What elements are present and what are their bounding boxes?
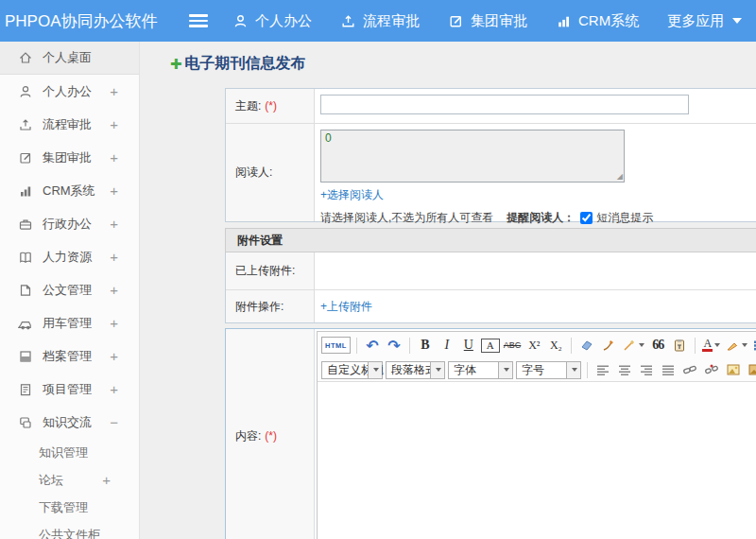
- font-color-button[interactable]: A: [701, 336, 721, 356]
- sidebar-item-vehicle-mgmt[interactable]: 用车管理 +: [0, 306, 139, 339]
- expand-icon[interactable]: +: [110, 315, 118, 331]
- content-editor-cell: HTML ↶ ↷ B I U A ABC X² X₂: [315, 329, 756, 539]
- editor-content-area[interactable]: [318, 382, 756, 539]
- auto-typeset-button[interactable]: [621, 336, 645, 356]
- readers-textarea[interactable]: 0: [320, 130, 625, 183]
- subject-input[interactable]: [320, 95, 689, 114]
- sms-notify-checkbox[interactable]: [580, 212, 593, 224]
- color-bar: [702, 349, 713, 352]
- align-left-icon: [595, 362, 610, 377]
- align-left-button[interactable]: [593, 360, 612, 380]
- attachment-section-header: 附件设置: [225, 228, 756, 252]
- topbar: PHPOA协同办公软件 个人办公 流程审批 集团审批 CRM系统 更多应用: [0, 0, 756, 42]
- insert-media-button[interactable]: [746, 360, 756, 380]
- remove-link-button[interactable]: [702, 360, 721, 380]
- menu-icon[interactable]: [189, 11, 208, 30]
- nav-more-apps[interactable]: 更多应用: [667, 12, 742, 30]
- italic-button[interactable]: I: [438, 336, 456, 356]
- strikethrough-button[interactable]: ABC: [503, 336, 523, 356]
- required-marker: (*): [265, 429, 277, 443]
- sidebar-subitem-download-mgmt[interactable]: 下载管理: [0, 494, 139, 521]
- media-image-icon: [747, 362, 756, 377]
- font-family-select[interactable]: 字体: [448, 361, 513, 379]
- sidebar-item-label: 集团审批: [43, 149, 92, 166]
- uploaded-attachments-cell: [315, 252, 756, 289]
- blockquote-button[interactable]: 66: [648, 336, 667, 356]
- chevron-down-icon: [639, 343, 644, 347]
- sidebar-item-label: 公文管理: [43, 282, 92, 299]
- sidebar-item-document-mgmt[interactable]: 公文管理 +: [0, 273, 139, 306]
- sidebar-subitem-forum[interactable]: 论坛 +: [0, 466, 139, 494]
- process-icon: [18, 117, 33, 132]
- sidebar-item-label: 用车管理: [43, 315, 92, 332]
- expand-icon[interactable]: +: [110, 348, 118, 364]
- highlight-button[interactable]: [724, 336, 748, 356]
- nav-personal-office[interactable]: 个人办公: [232, 12, 312, 30]
- briefcase-icon: [18, 217, 33, 232]
- sidebar-item-process-approval[interactable]: 流程审批 +: [0, 108, 139, 141]
- sidebar-item-group-approval[interactable]: 集团审批 +: [0, 141, 139, 174]
- content-label: 内容: (*): [226, 329, 315, 539]
- insert-image-button[interactable]: [724, 360, 743, 380]
- ordered-list-icon: [752, 338, 756, 353]
- html-source-button[interactable]: HTML: [321, 337, 351, 354]
- superscript-button[interactable]: X²: [524, 336, 543, 356]
- sidebar-item-archive-mgmt[interactable]: 档案管理 +: [0, 339, 139, 373]
- paste-text-button[interactable]: [670, 336, 689, 356]
- sidebar-subitem-knowledge-mgmt[interactable]: 知识管理: [0, 439, 139, 466]
- sidebar-item-project-mgmt[interactable]: 项目管理 +: [0, 373, 139, 406]
- format-brush-button[interactable]: [599, 336, 618, 356]
- heading-select[interactable]: 自定义标题: [321, 361, 383, 379]
- sidebar-item-crm[interactable]: CRM系统 +: [0, 174, 139, 207]
- upload-attachment-link[interactable]: +上传附件: [320, 299, 372, 315]
- sidebar-item-label: 下载管理: [39, 499, 88, 516]
- nav-group-approval[interactable]: 集团审批: [448, 12, 527, 30]
- attachment-ops-row: 附件操作: +上传附件: [226, 289, 756, 322]
- sidebar-item-label: 人力资源: [43, 249, 92, 266]
- bold-button[interactable]: B: [416, 336, 435, 356]
- sidebar-item-personal-office[interactable]: 个人办公 +: [0, 75, 139, 108]
- sidebar-item-admin-office[interactable]: 行政办公 +: [0, 207, 139, 240]
- nav-label: 个人办公: [255, 12, 312, 30]
- expand-icon[interactable]: +: [110, 381, 118, 397]
- align-center-button[interactable]: [615, 360, 634, 380]
- sidebar-item-personal-desktop[interactable]: 个人桌面: [0, 42, 139, 75]
- style-box-button[interactable]: A: [481, 339, 500, 353]
- readers-row: 阅读人: 0 +选择阅读人 请选择阅读人,不选为所有人可查看 提醒阅读人： 短消…: [226, 123, 756, 221]
- underline-button[interactable]: U: [459, 336, 478, 356]
- nav-process-approval[interactable]: 流程审批: [340, 12, 420, 30]
- nav-label: 集团审批: [471, 12, 527, 30]
- process-icon: [340, 13, 356, 29]
- expand-icon[interactable]: +: [110, 149, 118, 165]
- expand-icon[interactable]: +: [110, 83, 118, 99]
- ordered-list-button[interactable]: [751, 336, 756, 356]
- select-readers-link[interactable]: +选择阅读人: [320, 187, 384, 203]
- nav-label: CRM系统: [578, 12, 639, 30]
- sidebar-subitem-public-cabinet[interactable]: 公共文件柜: [0, 521, 139, 539]
- insert-link-button[interactable]: [680, 360, 699, 380]
- expand-icon[interactable]: +: [102, 472, 111, 488]
- expand-icon[interactable]: +: [110, 216, 118, 232]
- expand-icon[interactable]: +: [110, 282, 118, 298]
- collapse-icon[interactable]: −: [110, 414, 118, 430]
- page-title: ✚ 电子期刊信息发布: [170, 54, 306, 74]
- sidebar-item-label: 知识管理: [39, 444, 88, 461]
- undo-button[interactable]: ↶: [363, 336, 382, 356]
- nav-crm-system[interactable]: CRM系统: [556, 12, 639, 30]
- chat-icon: [18, 415, 33, 430]
- paragraph-format-select[interactable]: 段落格式: [386, 361, 445, 379]
- clipboard-icon: [672, 338, 687, 353]
- subscript-button[interactable]: X₂: [546, 336, 565, 356]
- align-justify-button[interactable]: [659, 360, 678, 380]
- font-size-select[interactable]: 字号: [516, 361, 581, 379]
- expand-icon[interactable]: +: [110, 116, 118, 132]
- unlink-icon: [704, 362, 719, 377]
- bar-chart-icon: [18, 183, 33, 199]
- expand-icon[interactable]: +: [110, 183, 118, 199]
- sidebar-item-hr[interactable]: 人力资源 +: [0, 240, 139, 273]
- eraser-button[interactable]: [577, 336, 596, 356]
- align-right-button[interactable]: [637, 360, 656, 380]
- sidebar-item-knowledge-exchange[interactable]: 知识交流 −: [0, 406, 139, 439]
- redo-button[interactable]: ↷: [385, 336, 404, 356]
- expand-icon[interactable]: +: [110, 249, 118, 265]
